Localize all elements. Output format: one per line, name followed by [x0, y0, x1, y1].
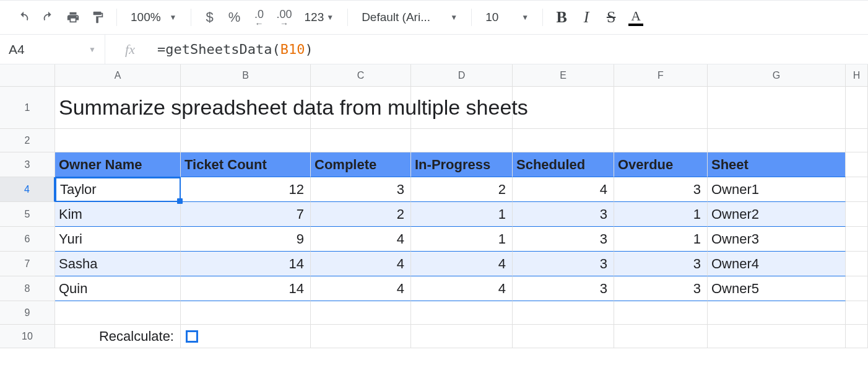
- cell[interactable]: [55, 129, 181, 152]
- font-size-dropdown[interactable]: 10 ▼: [479, 6, 535, 29]
- row-header[interactable]: 10: [0, 325, 55, 348]
- row-header[interactable]: 5: [0, 202, 55, 227]
- row-header[interactable]: 3: [0, 152, 55, 177]
- table-cell[interactable]: [846, 177, 868, 202]
- decrease-decimal-button[interactable]: .0 ←: [248, 6, 271, 29]
- table-cell[interactable]: [846, 202, 868, 227]
- table-header[interactable]: Sheet: [708, 152, 846, 177]
- table-cell[interactable]: 14: [181, 252, 311, 276]
- undo-icon[interactable]: [12, 6, 35, 29]
- table-cell[interactable]: 3: [513, 276, 614, 301]
- cell[interactable]: [846, 129, 868, 152]
- text-color-button[interactable]: A: [625, 6, 647, 29]
- table-header[interactable]: [846, 152, 868, 177]
- row-header[interactable]: 6: [0, 227, 55, 252]
- number-format-dropdown[interactable]: 123 ▼: [298, 6, 341, 29]
- table-cell[interactable]: 3: [311, 177, 411, 202]
- table-cell[interactable]: 3: [614, 177, 708, 202]
- cell[interactable]: [311, 301, 411, 325]
- table-cell[interactable]: 12: [181, 177, 311, 202]
- table-cell[interactable]: [846, 227, 868, 252]
- table-cell[interactable]: 3: [614, 252, 708, 276]
- cell[interactable]: [513, 301, 614, 325]
- italic-button[interactable]: I: [575, 6, 597, 29]
- column-header[interactable]: B: [181, 64, 311, 87]
- table-header[interactable]: Complete: [311, 152, 411, 177]
- table-cell[interactable]: 3: [614, 276, 708, 301]
- table-cell[interactable]: 4: [311, 227, 411, 252]
- table-cell[interactable]: 4: [311, 252, 411, 276]
- cell[interactable]: [708, 129, 846, 152]
- table-header[interactable]: Overdue: [614, 152, 708, 177]
- cell[interactable]: [846, 325, 868, 348]
- formula-input[interactable]: =getSheetsData(B10): [155, 42, 868, 57]
- table-cell[interactable]: 1: [614, 202, 708, 227]
- cell[interactable]: [708, 325, 846, 348]
- strikethrough-button[interactable]: S: [600, 6, 622, 29]
- table-cell[interactable]: 1: [411, 227, 513, 252]
- table-cell[interactable]: Quin: [55, 276, 181, 301]
- bold-button[interactable]: B: [550, 6, 573, 29]
- cell[interactable]: [708, 87, 846, 129]
- table-cell[interactable]: 2: [311, 202, 411, 227]
- column-header[interactable]: G: [708, 64, 846, 87]
- paint-format-icon[interactable]: [87, 6, 109, 29]
- cell[interactable]: [614, 325, 708, 348]
- cell[interactable]: [181, 325, 311, 348]
- cell[interactable]: [55, 301, 181, 325]
- table-cell[interactable]: Owner3: [708, 227, 846, 252]
- cell[interactable]: [411, 301, 513, 325]
- column-header[interactable]: D: [411, 64, 513, 87]
- cell[interactable]: [311, 325, 411, 348]
- table-cell[interactable]: Owner4: [708, 252, 846, 276]
- format-percent-button[interactable]: %: [224, 6, 246, 29]
- row-header[interactable]: 9: [0, 301, 55, 325]
- cell[interactable]: [708, 301, 846, 325]
- table-cell[interactable]: Owner2: [708, 202, 846, 227]
- table-cell[interactable]: Sasha: [55, 252, 181, 276]
- column-header[interactable]: A: [55, 64, 181, 87]
- name-box[interactable]: A4 ▼: [0, 35, 105, 64]
- increase-decimal-button[interactable]: .00 →: [273, 6, 296, 29]
- cell[interactable]: [846, 87, 868, 129]
- column-header[interactable]: F: [614, 64, 708, 87]
- table-cell[interactable]: [846, 276, 868, 301]
- cell[interactable]: [614, 301, 708, 325]
- table-cell[interactable]: 4: [513, 177, 614, 202]
- table-cell[interactable]: 9: [181, 227, 311, 252]
- column-header[interactable]: H: [846, 64, 868, 87]
- table-cell[interactable]: 7: [181, 202, 311, 227]
- table-cell[interactable]: Yuri: [55, 227, 181, 252]
- table-cell[interactable]: 2: [411, 177, 513, 202]
- row-header[interactable]: 7: [0, 252, 55, 276]
- table-header[interactable]: Owner Name: [55, 152, 181, 177]
- table-cell[interactable]: 3: [513, 252, 614, 276]
- table-cell[interactable]: 3: [513, 202, 614, 227]
- row-header[interactable]: 4: [0, 177, 55, 202]
- cell[interactable]: [411, 129, 513, 152]
- table-header[interactable]: In-Progress: [411, 152, 513, 177]
- cell[interactable]: [614, 87, 708, 129]
- table-cell[interactable]: 14: [181, 276, 311, 301]
- recalculate-checkbox[interactable]: [186, 330, 198, 343]
- row-header[interactable]: 1: [0, 87, 55, 129]
- column-header[interactable]: E: [513, 64, 614, 87]
- table-header[interactable]: Scheduled: [513, 152, 614, 177]
- page-title[interactable]: Summarize spreadsheet data from multiple…: [55, 87, 181, 129]
- print-icon[interactable]: [62, 6, 84, 29]
- table-cell[interactable]: Owner1: [708, 177, 846, 202]
- cell[interactable]: [181, 301, 311, 325]
- cell[interactable]: [181, 129, 311, 152]
- row-header[interactable]: 2: [0, 129, 55, 152]
- table-cell[interactable]: Owner5: [708, 276, 846, 301]
- cell[interactable]: [411, 325, 513, 348]
- cell[interactable]: [513, 129, 614, 152]
- font-dropdown[interactable]: Default (Ari... ▼: [355, 6, 464, 29]
- redo-icon[interactable]: [37, 6, 59, 29]
- column-header[interactable]: C: [311, 64, 411, 87]
- table-cell[interactable]: 1: [614, 227, 708, 252]
- table-cell[interactable]: 1: [411, 202, 513, 227]
- select-all-corner[interactable]: [0, 64, 55, 87]
- cell[interactable]: [513, 325, 614, 348]
- table-cell[interactable]: [846, 252, 868, 276]
